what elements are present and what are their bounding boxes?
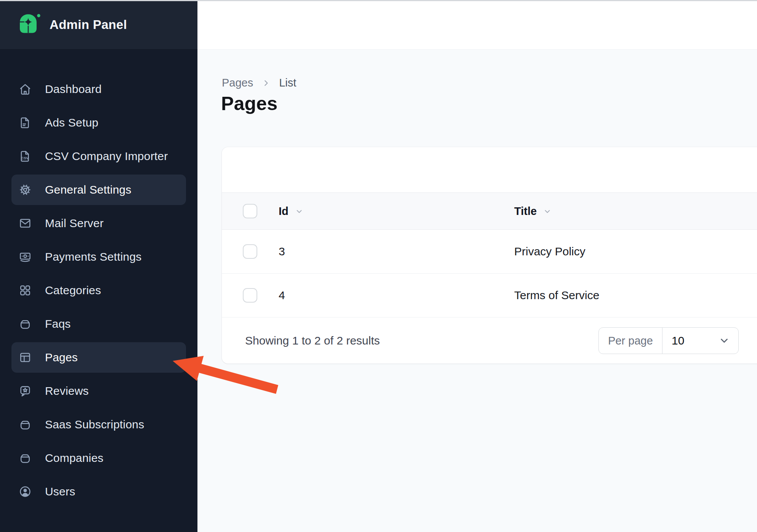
sidebar-item-label: Payments Settings xyxy=(45,250,142,263)
column-header-title[interactable]: Title xyxy=(514,205,537,218)
sidebar-item-label: Dashboard xyxy=(45,83,102,96)
per-page-select[interactable]: Per page 10 xyxy=(598,327,739,354)
gear-icon xyxy=(18,183,32,197)
cell-title: Terms of Service xyxy=(514,289,599,302)
home-icon xyxy=(18,82,32,96)
sidebar-item-payments-settings[interactable]: Payments Settings xyxy=(11,242,186,272)
content-area: Pages List Pages Id xyxy=(197,50,757,532)
svg-text:CSV: CSV xyxy=(21,156,29,160)
breadcrumb-pages-link[interactable]: Pages xyxy=(222,77,253,89)
brand-logo-icon xyxy=(17,12,43,37)
layout-icon xyxy=(18,351,32,364)
table-footer: Showing 1 to 2 of 2 results Per page 10 xyxy=(222,317,757,364)
sidebar-item-companies[interactable]: Companies xyxy=(11,443,186,473)
sidebar-item-users[interactable]: Users xyxy=(11,476,186,507)
sidebar-item-label: Pages xyxy=(45,351,78,364)
admin-panel-app: Admin Panel DashboardAds SetupCSVCSV Com… xyxy=(0,0,757,532)
chevron-right-icon xyxy=(261,79,271,88)
table-header-row: Id Title xyxy=(222,192,757,230)
csv-file-icon: CSV xyxy=(18,149,32,163)
breadcrumb-current: List xyxy=(279,77,296,89)
review-star-icon xyxy=(18,384,32,398)
pointer-arrow-annotation xyxy=(164,351,290,400)
sidebar-item-ads-setup[interactable]: Ads Setup xyxy=(11,107,186,138)
results-summary: Showing 1 to 2 of 2 results xyxy=(245,334,380,347)
window-top-edge xyxy=(0,0,757,1)
grid-icon xyxy=(18,284,32,297)
breadcrumb: Pages List xyxy=(222,77,296,89)
sidebar-item-categories[interactable]: Categories xyxy=(11,275,186,306)
main-area: Pages List Pages Id xyxy=(197,0,757,532)
sidebar-item-label: Mail Server xyxy=(45,217,104,230)
per-page-label: Per page xyxy=(599,328,662,354)
envelope-icon xyxy=(18,216,32,230)
sidebar-item-reviews[interactable]: Reviews xyxy=(11,376,186,406)
topbar xyxy=(197,0,757,50)
cell-id: 4 xyxy=(279,289,285,302)
table-row[interactable]: 3Privacy Policy xyxy=(222,230,757,274)
cell-id: 3 xyxy=(279,245,285,258)
sidebar-header: Admin Panel xyxy=(0,0,197,50)
sidebar-item-csv-company-importer[interactable]: CSVCSV Company Importer xyxy=(11,141,186,171)
sidebar-item-label: Ads Setup xyxy=(45,116,98,129)
brand-name: Admin Panel xyxy=(50,18,127,32)
sidebar-item-mail-server[interactable]: Mail Server xyxy=(11,208,186,239)
row-checkbox[interactable] xyxy=(243,244,257,259)
table-row[interactable]: 4Terms of Service xyxy=(222,274,757,317)
sidebar-item-label: Saas Subscriptions xyxy=(45,418,144,431)
sidebar-item-label: Reviews xyxy=(45,385,89,397)
archive-icon xyxy=(18,317,32,331)
sidebar: Admin Panel DashboardAds SetupCSVCSV Com… xyxy=(0,0,197,532)
sidebar-item-dashboard[interactable]: Dashboard xyxy=(11,74,186,104)
sidebar-item-label: Categories xyxy=(45,284,101,297)
document-icon xyxy=(18,116,32,130)
sidebar-item-saas-subscriptions[interactable]: Saas Subscriptions xyxy=(11,409,186,440)
column-header-id[interactable]: Id xyxy=(279,205,289,218)
sidebar-item-label: Faqs xyxy=(45,317,71,330)
sort-chevron-icon[interactable] xyxy=(294,206,304,216)
sidebar-item-faqs[interactable]: Faqs xyxy=(11,309,186,339)
archive-icon xyxy=(18,451,32,465)
archive-icon xyxy=(18,418,32,431)
sidebar-nav: DashboardAds SetupCSVCSV Company Importe… xyxy=(0,50,197,507)
sidebar-item-pages[interactable]: Pages xyxy=(11,342,186,373)
sort-chevron-icon[interactable] xyxy=(542,206,552,216)
user-circle-icon xyxy=(18,485,32,498)
banknote-icon xyxy=(18,250,32,264)
cell-title: Privacy Policy xyxy=(514,245,585,258)
sidebar-item-general-settings[interactable]: General Settings xyxy=(11,175,186,205)
table-toolbar xyxy=(222,147,757,192)
per-page-value: 10 xyxy=(672,334,684,347)
table-body: 3Privacy Policy4Terms of Service xyxy=(222,230,757,317)
table-card: Id Title 3Privacy Policy4Terms of Servic… xyxy=(222,147,757,364)
sidebar-item-label: Companies xyxy=(45,452,104,465)
sidebar-item-label: Users xyxy=(45,485,75,498)
page-title: Pages xyxy=(221,92,277,115)
sidebar-item-label: CSV Company Importer xyxy=(45,150,168,163)
sidebar-item-label: General Settings xyxy=(45,183,132,196)
select-all-checkbox[interactable] xyxy=(243,204,257,218)
row-checkbox[interactable] xyxy=(243,288,257,303)
chevron-down-icon xyxy=(719,335,730,346)
